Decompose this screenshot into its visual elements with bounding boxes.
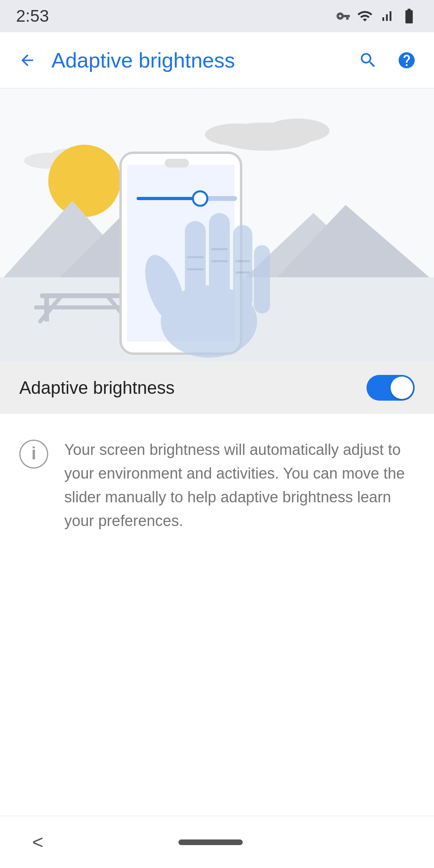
svg-rect-25 — [185, 221, 206, 309]
svg-point-22 — [193, 191, 207, 206]
info-description: Your screen brightness will automaticall… — [64, 438, 415, 533]
svg-point-3 — [205, 123, 269, 146]
info-section: i Your screen brightness will automatica… — [0, 414, 434, 557]
search-icon — [358, 51, 378, 70]
home-indicator[interactable] — [178, 839, 243, 845]
toggle-label: Adaptive brightness — [19, 378, 174, 398]
svg-point-2 — [265, 119, 330, 143]
svg-rect-20 — [137, 197, 201, 200]
svg-rect-28 — [254, 245, 270, 313]
wifi-icon — [357, 8, 373, 24]
app-bar: Adaptive brightness — [0, 32, 434, 88]
svg-point-6 — [48, 145, 121, 217]
help-icon — [397, 51, 416, 70]
search-button[interactable] — [354, 46, 383, 75]
svg-rect-12 — [40, 293, 129, 298]
illustration-svg — [0, 88, 434, 362]
info-icon-container: i — [19, 440, 48, 469]
system-back-button[interactable]: < — [32, 831, 43, 853]
status-icons — [336, 7, 418, 25]
svg-rect-27 — [233, 225, 252, 309]
toggle-row[interactable]: Adaptive brightness — [0, 362, 434, 414]
adaptive-brightness-toggle[interactable] — [366, 375, 415, 401]
svg-rect-23 — [165, 159, 189, 168]
info-icon: i — [31, 444, 36, 462]
page-title: Adaptive brightness — [51, 48, 344, 72]
app-bar-actions — [354, 46, 421, 75]
bottom-bar: < — [0, 816, 434, 868]
back-icon — [18, 51, 36, 69]
status-time: 2:53 — [16, 6, 49, 26]
status-bar: 2:53 — [0, 0, 434, 32]
key-icon — [336, 9, 350, 23]
help-button[interactable] — [392, 46, 421, 75]
hero-illustration — [0, 88, 434, 362]
battery-icon — [400, 7, 418, 25]
toggle-knob — [391, 377, 413, 399]
signal-icon — [379, 9, 394, 23]
back-button[interactable] — [13, 46, 42, 75]
